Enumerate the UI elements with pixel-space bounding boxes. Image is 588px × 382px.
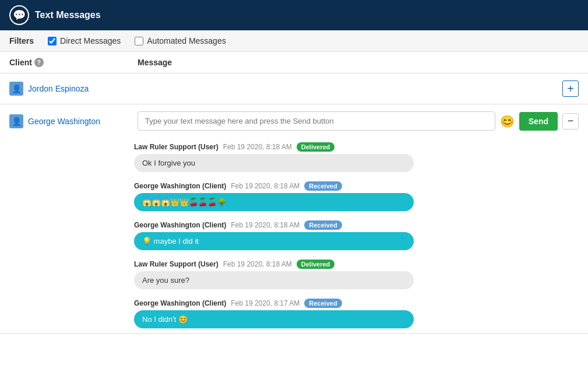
george-collapse-button[interactable]: − xyxy=(562,113,579,129)
time-0: Feb 19 2020, 8:18 AM xyxy=(223,143,292,151)
chat-icon: 💬 xyxy=(13,9,26,22)
bubble-3: Are you sure? xyxy=(134,271,414,289)
george-name[interactable]: George Washington xyxy=(28,117,100,126)
badge-0: Delivered xyxy=(297,142,335,152)
message-block-1: George Washington (Client) Feb 19 2020, … xyxy=(134,181,579,211)
filters-label: Filters xyxy=(9,36,34,45)
badge-2: Received xyxy=(304,220,341,230)
george-avatar: 👤 xyxy=(9,114,23,128)
jordon-name[interactable]: Jordon Espinoza xyxy=(28,84,89,93)
filters-bar: Filters Direct Messages Automated Messag… xyxy=(0,30,588,52)
message-block-0: Law Ruler Support (User) Feb 19 2020, 8:… xyxy=(134,142,579,172)
bubble-4: No I didn't 😊 xyxy=(134,310,414,328)
sender-1: George Washington (Client) xyxy=(134,182,226,190)
time-2: Feb 19 2020, 8:18 AM xyxy=(231,221,300,229)
badge-1: Received xyxy=(304,181,341,191)
message-meta-1: George Washington (Client) Feb 19 2020, … xyxy=(134,181,579,191)
emoji-picker-icon[interactable]: 😊 xyxy=(500,114,515,128)
time-3: Feb 19 2020, 8:18 AM xyxy=(223,260,292,268)
col-message-header: Message xyxy=(138,58,579,67)
direct-messages-checkbox[interactable] xyxy=(48,37,57,45)
time-4: Feb 19 2020, 8:17 AM xyxy=(231,299,300,307)
time-1: Feb 19 2020, 8:18 AM xyxy=(231,182,300,190)
bubble-1: 😱😱😱👑👑🍒🍒🍒🌳 xyxy=(134,193,414,211)
filter-automated-messages[interactable]: Automated Messages xyxy=(135,36,226,45)
message-meta-2: George Washington (Client) Feb 19 2020, … xyxy=(134,220,579,230)
message-text-input[interactable] xyxy=(138,111,495,131)
sender-0: Law Ruler Support (User) xyxy=(134,143,219,151)
jordon-expand-button[interactable]: + xyxy=(562,80,579,97)
sender-4: George Washington (Client) xyxy=(134,299,226,307)
bubble-2: 💡 maybe I did it xyxy=(134,232,414,250)
badge-3: Delivered xyxy=(297,260,335,269)
header-title: Text Messages xyxy=(35,10,101,20)
message-block-3: Law Ruler Support (User) Feb 19 2020, 8:… xyxy=(134,260,579,289)
message-meta-0: Law Ruler Support (User) Feb 19 2020, 8:… xyxy=(134,142,579,152)
badge-4: Received xyxy=(304,299,341,308)
sender-2: George Washington (Client) xyxy=(134,221,226,229)
george-avatar-icon: 👤 xyxy=(12,117,22,126)
filter-direct-messages[interactable]: Direct Messages xyxy=(48,36,121,45)
table-header: Client ? Message xyxy=(0,52,588,73)
jordon-client-name-area: 👤 Jordon Espinoza xyxy=(9,82,138,96)
automated-messages-label: Automated Messages xyxy=(147,36,226,45)
message-block-2: George Washington (Client) Feb 19 2020, … xyxy=(134,220,579,250)
direct-messages-label: Direct Messages xyxy=(60,36,121,45)
george-row-header: 👤 George Washington 😊 Send − xyxy=(0,104,588,138)
jordon-avatar-icon: 👤 xyxy=(12,84,22,93)
george-client-name-area: 👤 George Washington xyxy=(9,114,138,128)
app-header: 💬 Text Messages xyxy=(0,0,588,30)
messages-area: Law Ruler Support (User) Feb 19 2020, 8:… xyxy=(0,138,588,333)
client-row-george: 👤 George Washington 😊 Send − Law Ruler S… xyxy=(0,104,588,334)
message-input-area: 😊 Send xyxy=(138,111,558,131)
header-icon: 💬 xyxy=(9,5,29,25)
message-meta-4: George Washington (Client) Feb 19 2020, … xyxy=(134,299,579,308)
col-client-header: Client ? xyxy=(9,58,138,67)
send-button[interactable]: Send xyxy=(519,112,558,131)
message-block-4: George Washington (Client) Feb 19 2020, … xyxy=(134,299,579,328)
automated-messages-checkbox[interactable] xyxy=(135,37,143,45)
bubble-0: Ok I forgive you xyxy=(134,154,414,172)
client-help-icon[interactable]: ? xyxy=(34,58,44,67)
jordon-row-header: 👤 Jordon Espinoza + xyxy=(0,73,588,104)
jordon-avatar: 👤 xyxy=(9,82,23,96)
client-row-jordon: 👤 Jordon Espinoza + xyxy=(0,73,588,104)
message-meta-3: Law Ruler Support (User) Feb 19 2020, 8:… xyxy=(134,260,579,269)
sender-3: Law Ruler Support (User) xyxy=(134,260,219,268)
